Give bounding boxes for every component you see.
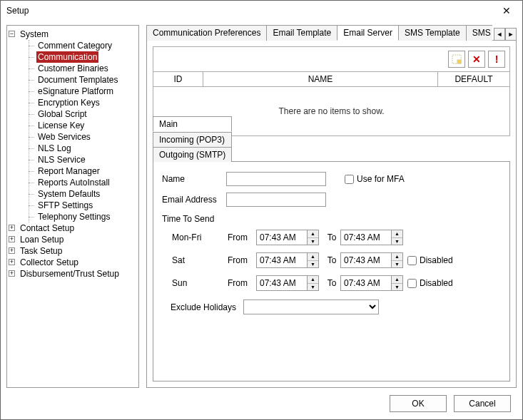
window-title: Setup <box>6 6 29 16</box>
email-input[interactable] <box>226 193 326 207</box>
tree-node[interactable]: NLS Log <box>36 143 73 154</box>
spin-down-icon[interactable]: ▼ <box>392 238 402 245</box>
from-label: From <box>228 232 256 242</box>
delete-button[interactable]: ✕ <box>468 51 485 68</box>
sun-from-input[interactable] <box>257 276 307 290</box>
sun-from-spinner[interactable]: ▲▼ <box>256 275 319 291</box>
spin-down-icon[interactable]: ▼ <box>308 284 318 291</box>
sub-tab[interactable]: Outgoing (SMTP) <box>153 147 232 162</box>
day-sun-label: Sun <box>171 278 228 288</box>
top-tab[interactable]: Email Template <box>266 25 337 41</box>
sun-to-input[interactable] <box>341 276 391 290</box>
col-default[interactable]: DEFAULT <box>438 72 509 86</box>
tree-node[interactable]: Customer Binaries <box>36 63 110 74</box>
tree-toggle[interactable]: + <box>9 247 15 254</box>
spin-up-icon[interactable]: ▲ <box>392 276 402 284</box>
tree-node[interactable]: Global Script <box>36 108 88 120</box>
sat-to-input[interactable] <box>341 253 391 267</box>
tree-node[interactable]: Collector Setup <box>19 257 80 268</box>
new-button[interactable] <box>448 51 465 68</box>
tree-node[interactable]: Loan Setup <box>19 234 65 245</box>
tree-toggle-system[interactable]: − <box>9 31 15 37</box>
spin-down-icon[interactable]: ▼ <box>392 261 402 268</box>
tree-node[interactable]: Communication <box>36 51 98 63</box>
tree-node[interactable]: NLS Service <box>36 154 87 165</box>
tree-node[interactable]: Contact Setup <box>19 222 76 234</box>
sat-to-spinner[interactable]: ▲▼ <box>340 252 403 268</box>
tree-node[interactable]: System Defaults <box>36 188 101 200</box>
svg-rect-1 <box>457 60 461 63</box>
footer: OK Cancel <box>1 388 522 419</box>
nav-tree: − System Comment CategoryCommunicationCu… <box>6 25 139 388</box>
use-for-mfa-checkbox[interactable]: Use for MFA <box>345 174 405 184</box>
exclude-holidays-label: Exclude Holidays <box>171 302 236 312</box>
spin-up-icon[interactable]: ▲ <box>308 230 318 238</box>
tree-toggle[interactable]: + <box>9 259 15 265</box>
tree-node[interactable]: eSignature Platform <box>36 86 115 97</box>
toolbar: ✕ ! <box>153 46 510 72</box>
day-sat-label: Sat <box>171 255 228 265</box>
tree-node[interactable]: License Key <box>36 120 86 131</box>
tree-node[interactable]: Web Services <box>36 131 92 143</box>
from-label: From <box>228 278 256 288</box>
tree-node[interactable]: Comment Category <box>36 40 113 51</box>
sat-disabled-checkbox[interactable]: Disabled <box>407 255 479 265</box>
spin-up-icon[interactable]: ▲ <box>308 276 318 284</box>
spin-up-icon[interactable]: ▲ <box>308 253 318 261</box>
monfri-to-spinner[interactable]: ▲▼ <box>340 230 403 245</box>
to-label: To <box>323 278 340 288</box>
col-name[interactable]: NAME <box>203 72 438 86</box>
sun-disabled-checkbox[interactable]: Disabled <box>407 278 479 288</box>
to-label: To <box>323 255 340 265</box>
tree-node[interactable]: Disbursement/Trust Setup <box>19 268 121 280</box>
tab-scroll-left[interactable]: ◄ <box>494 28 505 41</box>
close-icon[interactable]: ✕ <box>495 3 518 19</box>
tree-node[interactable]: Encryption Keys <box>36 97 101 108</box>
setup-window: Setup ✕ − System Comment CategoryCommuni… <box>0 0 523 420</box>
tree-node[interactable]: Reports AutoInstall <box>36 177 111 188</box>
exclude-holidays-select[interactable] <box>243 299 379 314</box>
tree-node[interactable]: Report Manager <box>36 165 101 177</box>
sat-from-input[interactable] <box>257 253 307 267</box>
name-input[interactable] <box>226 172 326 186</box>
tree-toggle[interactable]: + <box>9 225 15 231</box>
monfri-from-input[interactable] <box>257 230 307 245</box>
ok-button[interactable]: OK <box>390 395 447 412</box>
alert-button[interactable]: ! <box>488 51 505 68</box>
top-tab-row: Communication PreferencesEmail TemplateE… <box>146 25 517 41</box>
tree-toggle[interactable]: + <box>9 270 15 277</box>
sun-disabled-input[interactable] <box>407 279 417 288</box>
spin-up-icon[interactable]: ▲ <box>392 230 402 238</box>
sub-tab[interactable]: Incoming (POP3) <box>153 132 232 147</box>
tab-scroll-right[interactable]: ► <box>505 28 517 41</box>
spin-down-icon[interactable]: ▼ <box>308 238 318 245</box>
main-subpanel: Name Use for MFA Email Address Time To S… <box>153 161 510 381</box>
tree-node[interactable]: Task Setup <box>19 245 64 257</box>
tree-node-system[interactable]: System <box>19 29 50 40</box>
name-label: Name <box>162 174 226 184</box>
sub-tab[interactable]: Main <box>153 116 232 132</box>
sat-disabled-input[interactable] <box>407 256 417 265</box>
tree-node[interactable]: Telephony Settings <box>36 211 111 222</box>
tree-toggle[interactable]: + <box>9 236 15 242</box>
spin-up-icon[interactable]: ▲ <box>392 253 402 261</box>
monfri-from-spinner[interactable]: ▲▼ <box>256 230 319 245</box>
top-tab[interactable]: SMS Template <box>398 25 467 41</box>
monfri-to-input[interactable] <box>341 230 391 245</box>
sat-from-spinner[interactable]: ▲▼ <box>256 252 319 268</box>
top-tab[interactable]: SMS Server <box>466 25 492 41</box>
sun-to-spinner[interactable]: ▲▼ <box>340 275 403 291</box>
mfa-check-input[interactable] <box>345 175 354 184</box>
new-icon <box>452 54 462 64</box>
sun-disabled-label: Disabled <box>420 278 453 288</box>
tree-node[interactable]: SFTP Settings <box>36 200 94 211</box>
cancel-button[interactable]: Cancel <box>454 395 511 412</box>
spin-down-icon[interactable]: ▼ <box>392 284 402 291</box>
top-tab[interactable]: Communication Preferences <box>146 25 267 41</box>
tree-node[interactable]: Document Templates <box>36 74 120 86</box>
spin-down-icon[interactable]: ▼ <box>308 261 318 268</box>
top-tab[interactable]: Email Server <box>337 25 399 41</box>
col-id[interactable]: ID <box>153 72 203 86</box>
to-label: To <box>323 232 340 242</box>
tab-scroll: ◄ ► <box>494 28 517 41</box>
